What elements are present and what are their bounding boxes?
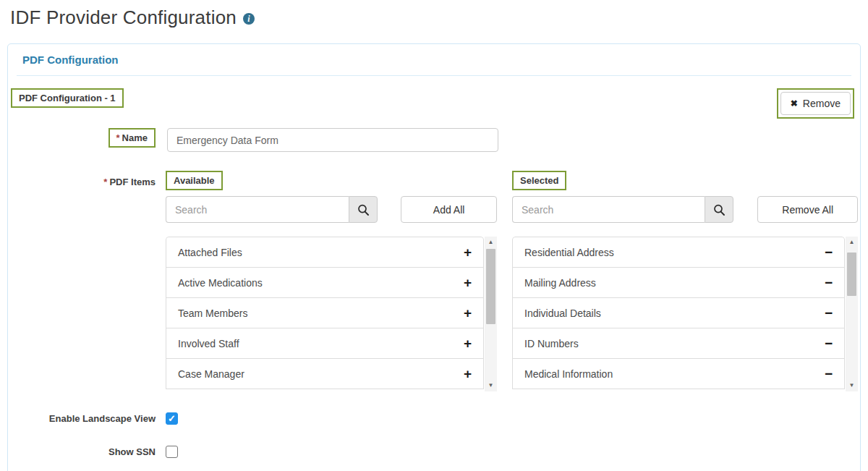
selected-scrollbar[interactable]: ▲ ▼ bbox=[846, 237, 858, 391]
list-item-label: Active Medications bbox=[178, 277, 263, 289]
list-item-label: Attached Files bbox=[178, 247, 242, 258]
add-all-button[interactable]: Add All bbox=[401, 196, 497, 223]
option-label: Enable Landscape View bbox=[18, 413, 156, 424]
panel-body: PDF Configuration - 1 ✖ Remove *Name *PD… bbox=[8, 76, 860, 458]
plus-icon[interactable]: + bbox=[464, 367, 472, 381]
remove-button-label: Remove bbox=[803, 98, 841, 109]
list-item[interactable]: Attached Files + bbox=[166, 237, 484, 268]
scroll-down-icon[interactable]: ▼ bbox=[846, 380, 858, 391]
page-header: IDF Provider Configuration i bbox=[0, 0, 868, 38]
option-label: Show SSN bbox=[18, 446, 156, 457]
section-label: PDF Configuration - 1 bbox=[11, 88, 124, 108]
name-row: *Name bbox=[18, 128, 858, 152]
minus-icon[interactable]: − bbox=[825, 276, 833, 289]
plus-icon[interactable]: + bbox=[464, 276, 472, 289]
checkbox[interactable] bbox=[166, 446, 178, 458]
option-row: Enable Landscape View bbox=[18, 412, 858, 425]
panel-heading: PDF Configuration bbox=[17, 44, 851, 76]
panel-title: PDF Configuration bbox=[22, 54, 118, 66]
page-title: IDF Provider Configuration bbox=[10, 7, 237, 29]
list-item[interactable]: Medical Information − bbox=[512, 358, 845, 389]
config-head-row: PDF Configuration - 1 ✖ Remove bbox=[11, 88, 854, 119]
list-item-label: Team Members bbox=[178, 307, 247, 319]
search-icon bbox=[357, 203, 370, 216]
minus-icon[interactable]: − bbox=[825, 245, 833, 259]
available-label: Available bbox=[166, 171, 223, 190]
available-column: Available Add All bbox=[166, 171, 497, 391]
minus-icon[interactable]: − bbox=[825, 336, 833, 350]
list-item-label: Mailing Address bbox=[524, 277, 596, 289]
pdf-configuration-panel: PDF Configuration PDF Configuration - 1 … bbox=[7, 43, 861, 471]
scroll-down-icon[interactable]: ▼ bbox=[485, 380, 497, 391]
selected-list: Residential Address − Mailing Address − bbox=[512, 237, 845, 391]
remove-button-highlight: ✖ Remove bbox=[777, 88, 854, 119]
list-item[interactable]: Mailing Address − bbox=[512, 267, 845, 298]
remove-button[interactable]: ✖ Remove bbox=[780, 92, 851, 115]
list-item[interactable]: Team Members + bbox=[166, 297, 484, 328]
list-item-label: Residential Address bbox=[524, 247, 614, 258]
name-label-box: *Name bbox=[109, 128, 156, 148]
list-item[interactable]: Residential Address − bbox=[512, 237, 845, 268]
pdf-items-row: *PDF Items Available bbox=[18, 171, 858, 391]
options-section: Enable Landscape View Show SSN bbox=[18, 412, 858, 458]
available-search-input[interactable] bbox=[166, 196, 349, 223]
scroll-up-icon[interactable]: ▲ bbox=[485, 237, 497, 248]
close-icon: ✖ bbox=[791, 98, 798, 109]
list-item-label: ID Numbers bbox=[524, 338, 579, 349]
available-scrollbar[interactable]: ▲ ▼ bbox=[485, 237, 497, 391]
selected-search-input[interactable] bbox=[512, 196, 705, 223]
list-item[interactable]: Case Manager + bbox=[166, 358, 484, 389]
scroll-up-icon[interactable]: ▲ bbox=[846, 237, 858, 248]
selected-search-button[interactable] bbox=[705, 196, 733, 223]
search-icon bbox=[712, 203, 726, 216]
list-item-label: Involved Staff bbox=[178, 338, 239, 349]
list-item[interactable]: Active Medications + bbox=[166, 267, 484, 298]
scrollbar-thumb[interactable] bbox=[847, 253, 856, 296]
list-item-label: Medical Information bbox=[524, 368, 613, 380]
list-item[interactable]: Individual Details − bbox=[512, 297, 845, 328]
available-list: Attached Files + Active Medications + bbox=[166, 237, 484, 391]
list-item-label: Case Manager bbox=[178, 368, 244, 380]
name-input[interactable] bbox=[167, 128, 498, 152]
selected-label: Selected bbox=[512, 171, 566, 190]
selected-search-group bbox=[512, 196, 733, 223]
list-item[interactable]: Involved Staff + bbox=[166, 328, 484, 359]
pdf-items-label: *PDF Items bbox=[18, 171, 156, 187]
available-search-button[interactable] bbox=[349, 196, 378, 223]
plus-icon[interactable]: + bbox=[464, 306, 472, 320]
remove-all-button[interactable]: Remove All bbox=[757, 196, 858, 223]
list-item[interactable]: ID Numbers − bbox=[512, 328, 845, 359]
checkbox[interactable] bbox=[166, 412, 178, 425]
selected-column: Selected Remove All bbox=[512, 171, 858, 391]
info-circle-icon[interactable]: i bbox=[243, 13, 255, 25]
minus-icon[interactable]: − bbox=[825, 367, 833, 381]
option-row: Show SSN bbox=[18, 446, 858, 458]
name-label: Name bbox=[122, 132, 148, 143]
plus-icon[interactable]: + bbox=[464, 245, 472, 259]
minus-icon[interactable]: − bbox=[825, 306, 833, 320]
required-asterisk: * bbox=[103, 177, 107, 187]
required-asterisk: * bbox=[116, 132, 120, 143]
available-search-group bbox=[166, 196, 378, 223]
scrollbar-thumb[interactable] bbox=[486, 249, 495, 324]
list-item-label: Individual Details bbox=[524, 307, 601, 319]
plus-icon[interactable]: + bbox=[464, 336, 472, 350]
